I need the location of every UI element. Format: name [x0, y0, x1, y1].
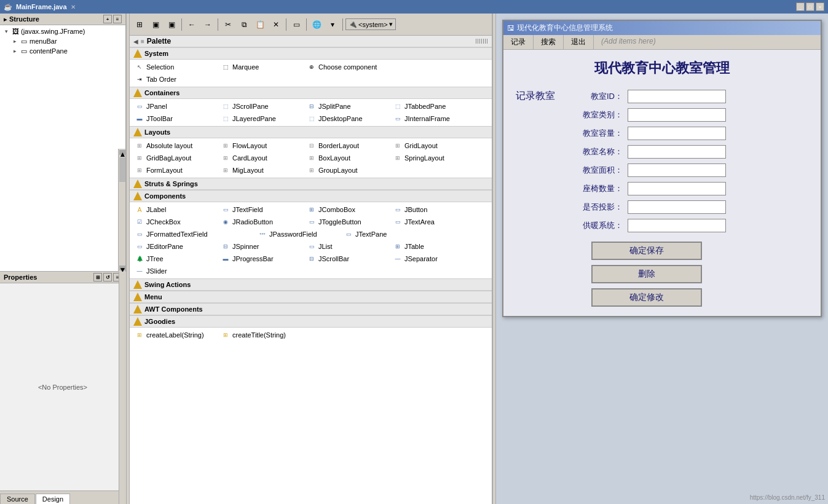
palette-item-createlabel[interactable]: ⊞ createLabel(String) [131, 329, 217, 341]
palette-item-jlayeredpane[interactable]: ⬚ JLayeredPane [217, 112, 303, 125]
tree-item-contentpane[interactable]: ▸ ▭ contentPane [10, 46, 124, 56]
palette-item-absolute[interactable]: ⊞ Absolute layout [131, 140, 217, 152]
palette-item-jeditorpane[interactable]: ▭ JEditorPane [131, 240, 217, 253]
scroll-thumb[interactable] [119, 157, 125, 182]
palette-item-cardlayout[interactable]: ⊞ CardLayout [217, 152, 303, 164]
palette-item-jradiobutton[interactable]: ◉ JRadioButton [217, 216, 303, 228]
toolbar-cut-btn[interactable]: ✂ [221, 17, 235, 32]
palette-item-jpasswordfield[interactable]: *** JPasswordField [254, 228, 340, 240]
palette-item-boxlayout[interactable]: ⊞ BoxLayout [303, 152, 389, 164]
preview-modify-btn[interactable]: 确定修改 [591, 288, 702, 307]
cardlayout-icon: ⊞ [221, 153, 231, 163]
palette-item-jtextfield[interactable]: ▭ JTextField [217, 203, 303, 216]
structure-title: Structure [9, 15, 39, 23]
palette-item-jscrollbar[interactable]: ⊟ JScrollBar [303, 253, 389, 265]
palette-item-jtabbedpane[interactable]: ⬚ JTabbedPane [389, 100, 475, 112]
preview-menu-quit[interactable]: 退出 [564, 35, 594, 49]
palette-item-jlist[interactable]: ▭ JList [303, 240, 389, 253]
palette-item-miglayout[interactable]: ⊞ MigLayout [217, 164, 303, 176]
toolbar-delete-btn[interactable]: ✕ [269, 17, 283, 32]
tree-item-menubar[interactable]: ▸ ▭ menuBar [10, 36, 124, 46]
props-btn1[interactable]: ⊞ [93, 273, 102, 282]
form-input-id[interactable] [628, 90, 726, 103]
palette-item-jprogressbar[interactable]: ▬ JProgressBar [217, 253, 303, 265]
close-button[interactable]: × [816, 2, 824, 11]
toolbar-redo-btn[interactable]: → [200, 17, 215, 32]
palette-item-jcheckbox[interactable]: ☑ JCheckBox [131, 216, 217, 228]
palette-item-jsplitpane[interactable]: ⊟ JSplitPane [303, 100, 389, 112]
tab-design[interactable]: Design [36, 494, 70, 504]
form-input-heating[interactable] [628, 219, 726, 232]
palette-item-flowlayout[interactable]: ⊞ FlowLayout [217, 140, 303, 152]
palette-item-grouplayout[interactable]: ⊞ GroupLayout [303, 164, 389, 176]
preview-menu-search[interactable]: 搜索 [534, 35, 564, 49]
palette-containers-items: ▭ JPanel ⬚ JScrollPane ⊟ JSplitPane ⬚ JT… [130, 99, 492, 126]
props-btn2[interactable]: ↺ [103, 273, 112, 282]
palette-item-createlabel-label: createLabel(String) [146, 331, 204, 339]
palette-item-jtable[interactable]: ⊞ JTable [389, 240, 475, 253]
palette-item-choose[interactable]: ⊕ Choose component [303, 61, 426, 73]
preview-delete-btn[interactable]: 删除 [591, 265, 702, 283]
palette-item-gridbaglayout[interactable]: ⊞ GridBagLayout [131, 152, 217, 164]
palette-item-jseparator[interactable]: — JSeparator [389, 253, 475, 265]
palette-item-jdesktoppane[interactable]: ⬚ JDesktopPane [303, 112, 389, 125]
palette-item-marquee[interactable]: ⬚ Marquee [217, 61, 303, 73]
toolbar-globe-btn[interactable]: 🌐 [309, 17, 324, 32]
toolbar-globe-arrow-btn[interactable]: ▾ [325, 17, 340, 32]
form-input-type[interactable] [628, 108, 726, 122]
palette-item-jtextarea[interactable]: ▭ JTextArea [389, 216, 475, 228]
palette-drag-handle[interactable] [476, 39, 488, 44]
palette-item-jformattedtextfield[interactable]: ▭ JFormattedTextField [131, 228, 254, 240]
palette-item-jscrollpane[interactable]: ⬚ JScrollPane [217, 100, 303, 112]
form-input-seats[interactable] [628, 182, 726, 195]
palette-item-borderlayout[interactable]: ⊟ BorderLayout [303, 140, 389, 152]
minimize-button[interactable]: _ [796, 2, 805, 11]
palette-item-springlayout[interactable]: ⊞ SpringLayout [389, 152, 475, 164]
tab-source[interactable]: Source [0, 494, 35, 504]
props-scrollbar[interactable] [119, 272, 126, 504]
structure-nav-btn[interactable]: ≡ [113, 15, 122, 23]
toolbar-copy-btn[interactable]: ⧉ [237, 17, 251, 32]
palette-item-jtoolbar[interactable]: ▬ JToolBar [131, 112, 217, 125]
palette-item-jbutton[interactable]: ▭ JButton [389, 203, 475, 216]
structure-header: ▸ Structure + ≡ [0, 14, 125, 25]
toolbar-paste-btn[interactable]: 📋 [253, 17, 267, 32]
palette-section-system: System ↖ Selection ⬚ Marquee ⊕ Choose co… [130, 47, 492, 87]
toolbar-view-btn2[interactable]: ▣ [164, 17, 179, 32]
palette-item-jlabel[interactable]: A JLabel [131, 203, 217, 216]
palette-item-jslider[interactable]: — JSlider [131, 265, 217, 277]
palette-item-createtitle[interactable]: ⊞ createTitle(String) [217, 329, 303, 341]
toolbar-undo-btn[interactable]: ← [184, 17, 199, 32]
structure-add-btn[interactable]: + [103, 15, 112, 23]
maximize-button[interactable]: □ [806, 2, 814, 11]
preview-save-btn[interactable]: 确定保存 [591, 242, 702, 260]
palette-item-gridlayout[interactable]: ⊞ GridLayout [389, 140, 475, 152]
form-input-name[interactable] [628, 145, 726, 159]
form-input-capacity[interactable] [628, 127, 726, 140]
palette-item-jtree[interactable]: 🌲 JTree [131, 253, 217, 265]
toolbar-view-btn1[interactable]: ▣ [148, 17, 163, 32]
scroll-up-btn[interactable]: ▲ [119, 150, 125, 155]
preview-menu-record[interactable]: 记录 [503, 35, 534, 49]
palette-item-jcombobox[interactable]: ⊞ JComboBox [303, 203, 389, 216]
toolbar-inspect-btn[interactable]: ▭ [289, 17, 304, 32]
palette-item-selection[interactable]: ↖ Selection [131, 61, 217, 73]
palette-item-jtogglebutton[interactable]: ▭ JToggleButton [303, 216, 389, 228]
form-input-area[interactable] [628, 163, 726, 177]
toolbar-system-icon: 🔌 [349, 20, 357, 28]
palette-item-formlayout[interactable]: ⊞ FormLayout [131, 164, 217, 176]
form-input-projector[interactable] [628, 200, 726, 214]
palette-item-taborder[interactable]: ⇥ Tab Order [131, 73, 254, 85]
palette-item-jspinner-label: JSpinner [232, 243, 259, 250]
palette-system-items: ↖ Selection ⬚ Marquee ⊕ Choose component… [130, 60, 492, 87]
tree-item-jframe[interactable]: ▾ 🖼 (javax.swing.JFrame) [1, 26, 124, 36]
toolbar-system-dropdown[interactable]: 🔌 <system> ▾ [345, 18, 396, 30]
palette-item-jinternalframe[interactable]: ▭ JInternalFrame [389, 112, 475, 125]
palette-item-jtextpane[interactable]: ▭ JTextPane [340, 228, 426, 240]
palette-item-jpanel[interactable]: ▭ JPanel [131, 100, 217, 112]
toolbar-grid-btn[interactable]: ⊞ [132, 17, 147, 32]
structure-scrollbar[interactable]: ▲ ▼ [118, 149, 125, 272]
scroll-down-btn[interactable]: ▼ [119, 266, 125, 270]
palette-collapse-btn[interactable]: ◀ [133, 38, 138, 45]
palette-item-jspinner[interactable]: ⊟ JSpinner [217, 240, 303, 253]
